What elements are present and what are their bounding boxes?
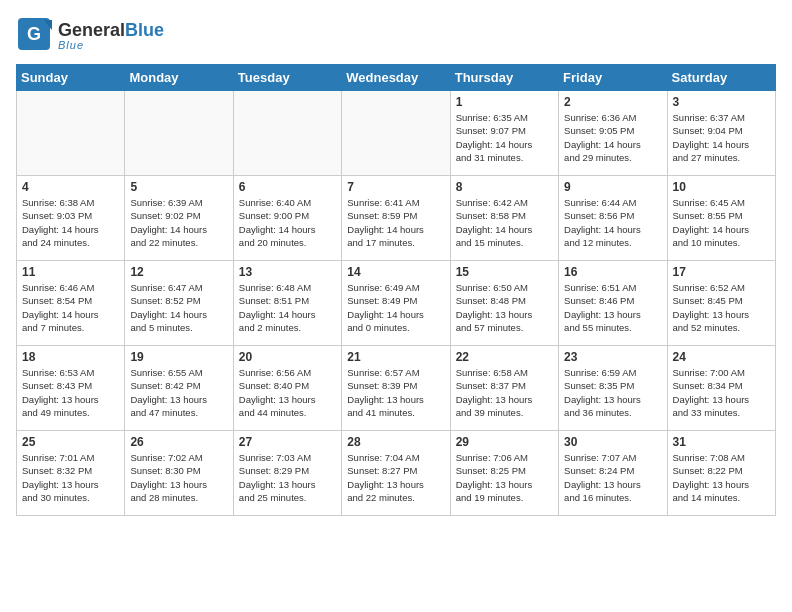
day-number: 19 — [130, 350, 227, 364]
day-info: Sunrise: 6:55 AM Sunset: 8:42 PM Dayligh… — [130, 366, 227, 419]
day-info: Sunrise: 6:36 AM Sunset: 9:05 PM Dayligh… — [564, 111, 661, 164]
calendar-week-5: 25Sunrise: 7:01 AM Sunset: 8:32 PM Dayli… — [17, 431, 776, 516]
calendar-cell: 24Sunrise: 7:00 AM Sunset: 8:34 PM Dayli… — [667, 346, 775, 431]
day-number: 27 — [239, 435, 336, 449]
logo-tagline: Blue — [58, 39, 164, 51]
calendar-header-row: SundayMondayTuesdayWednesdayThursdayFrid… — [17, 65, 776, 91]
calendar-cell — [17, 91, 125, 176]
day-number: 1 — [456, 95, 553, 109]
day-number: 16 — [564, 265, 661, 279]
day-number: 22 — [456, 350, 553, 364]
day-number: 5 — [130, 180, 227, 194]
calendar-cell: 21Sunrise: 6:57 AM Sunset: 8:39 PM Dayli… — [342, 346, 450, 431]
calendar-cell: 12Sunrise: 6:47 AM Sunset: 8:52 PM Dayli… — [125, 261, 233, 346]
calendar-cell: 16Sunrise: 6:51 AM Sunset: 8:46 PM Dayli… — [559, 261, 667, 346]
calendar-cell: 1Sunrise: 6:35 AM Sunset: 9:07 PM Daylig… — [450, 91, 558, 176]
day-number: 26 — [130, 435, 227, 449]
day-info: Sunrise: 6:59 AM Sunset: 8:35 PM Dayligh… — [564, 366, 661, 419]
day-number: 6 — [239, 180, 336, 194]
calendar-cell: 18Sunrise: 6:53 AM Sunset: 8:43 PM Dayli… — [17, 346, 125, 431]
day-info: Sunrise: 6:37 AM Sunset: 9:04 PM Dayligh… — [673, 111, 770, 164]
day-info: Sunrise: 6:48 AM Sunset: 8:51 PM Dayligh… — [239, 281, 336, 334]
day-number: 25 — [22, 435, 119, 449]
calendar-cell: 4Sunrise: 6:38 AM Sunset: 9:03 PM Daylig… — [17, 176, 125, 261]
calendar-week-3: 11Sunrise: 6:46 AM Sunset: 8:54 PM Dayli… — [17, 261, 776, 346]
calendar-cell: 22Sunrise: 6:58 AM Sunset: 8:37 PM Dayli… — [450, 346, 558, 431]
calendar-week-1: 1Sunrise: 6:35 AM Sunset: 9:07 PM Daylig… — [17, 91, 776, 176]
day-number: 8 — [456, 180, 553, 194]
day-number: 23 — [564, 350, 661, 364]
day-number: 18 — [22, 350, 119, 364]
day-info: Sunrise: 6:56 AM Sunset: 8:40 PM Dayligh… — [239, 366, 336, 419]
day-number: 2 — [564, 95, 661, 109]
weekday-header-sunday: Sunday — [17, 65, 125, 91]
calendar-cell — [233, 91, 341, 176]
calendar-cell: 6Sunrise: 6:40 AM Sunset: 9:00 PM Daylig… — [233, 176, 341, 261]
weekday-header-friday: Friday — [559, 65, 667, 91]
calendar-cell: 14Sunrise: 6:49 AM Sunset: 8:49 PM Dayli… — [342, 261, 450, 346]
calendar-cell: 27Sunrise: 7:03 AM Sunset: 8:29 PM Dayli… — [233, 431, 341, 516]
day-info: Sunrise: 6:49 AM Sunset: 8:49 PM Dayligh… — [347, 281, 444, 334]
logo: G GeneralBlue Blue — [16, 16, 164, 56]
day-info: Sunrise: 7:02 AM Sunset: 8:30 PM Dayligh… — [130, 451, 227, 504]
day-number: 29 — [456, 435, 553, 449]
day-number: 28 — [347, 435, 444, 449]
weekday-header-tuesday: Tuesday — [233, 65, 341, 91]
day-info: Sunrise: 6:46 AM Sunset: 8:54 PM Dayligh… — [22, 281, 119, 334]
day-info: Sunrise: 6:58 AM Sunset: 8:37 PM Dayligh… — [456, 366, 553, 419]
calendar-cell: 31Sunrise: 7:08 AM Sunset: 8:22 PM Dayli… — [667, 431, 775, 516]
day-info: Sunrise: 6:35 AM Sunset: 9:07 PM Dayligh… — [456, 111, 553, 164]
day-info: Sunrise: 7:06 AM Sunset: 8:25 PM Dayligh… — [456, 451, 553, 504]
day-info: Sunrise: 6:47 AM Sunset: 8:52 PM Dayligh… — [130, 281, 227, 334]
day-info: Sunrise: 7:00 AM Sunset: 8:34 PM Dayligh… — [673, 366, 770, 419]
calendar-cell: 23Sunrise: 6:59 AM Sunset: 8:35 PM Dayli… — [559, 346, 667, 431]
calendar-cell: 8Sunrise: 6:42 AM Sunset: 8:58 PM Daylig… — [450, 176, 558, 261]
calendar-cell: 2Sunrise: 6:36 AM Sunset: 9:05 PM Daylig… — [559, 91, 667, 176]
day-info: Sunrise: 7:03 AM Sunset: 8:29 PM Dayligh… — [239, 451, 336, 504]
calendar-cell: 26Sunrise: 7:02 AM Sunset: 8:30 PM Dayli… — [125, 431, 233, 516]
day-info: Sunrise: 6:38 AM Sunset: 9:03 PM Dayligh… — [22, 196, 119, 249]
logo-icon: G — [16, 16, 52, 52]
calendar-cell: 5Sunrise: 6:39 AM Sunset: 9:02 PM Daylig… — [125, 176, 233, 261]
calendar-cell: 30Sunrise: 7:07 AM Sunset: 8:24 PM Dayli… — [559, 431, 667, 516]
day-info: Sunrise: 6:44 AM Sunset: 8:56 PM Dayligh… — [564, 196, 661, 249]
day-number: 13 — [239, 265, 336, 279]
calendar-week-2: 4Sunrise: 6:38 AM Sunset: 9:03 PM Daylig… — [17, 176, 776, 261]
day-number: 3 — [673, 95, 770, 109]
day-number: 30 — [564, 435, 661, 449]
day-info: Sunrise: 6:41 AM Sunset: 8:59 PM Dayligh… — [347, 196, 444, 249]
day-info: Sunrise: 6:40 AM Sunset: 9:00 PM Dayligh… — [239, 196, 336, 249]
day-number: 14 — [347, 265, 444, 279]
calendar-cell: 10Sunrise: 6:45 AM Sunset: 8:55 PM Dayli… — [667, 176, 775, 261]
day-number: 9 — [564, 180, 661, 194]
day-number: 20 — [239, 350, 336, 364]
day-number: 11 — [22, 265, 119, 279]
weekday-header-monday: Monday — [125, 65, 233, 91]
day-info: Sunrise: 6:50 AM Sunset: 8:48 PM Dayligh… — [456, 281, 553, 334]
calendar-cell: 17Sunrise: 6:52 AM Sunset: 8:45 PM Dayli… — [667, 261, 775, 346]
calendar-cell: 13Sunrise: 6:48 AM Sunset: 8:51 PM Dayli… — [233, 261, 341, 346]
calendar-cell: 29Sunrise: 7:06 AM Sunset: 8:25 PM Dayli… — [450, 431, 558, 516]
day-info: Sunrise: 6:52 AM Sunset: 8:45 PM Dayligh… — [673, 281, 770, 334]
day-number: 7 — [347, 180, 444, 194]
day-info: Sunrise: 6:45 AM Sunset: 8:55 PM Dayligh… — [673, 196, 770, 249]
day-info: Sunrise: 6:51 AM Sunset: 8:46 PM Dayligh… — [564, 281, 661, 334]
day-number: 4 — [22, 180, 119, 194]
calendar-table: SundayMondayTuesdayWednesdayThursdayFrid… — [16, 64, 776, 516]
calendar-cell — [342, 91, 450, 176]
svg-text:G: G — [27, 24, 41, 44]
day-number: 24 — [673, 350, 770, 364]
day-info: Sunrise: 7:07 AM Sunset: 8:24 PM Dayligh… — [564, 451, 661, 504]
weekday-header-thursday: Thursday — [450, 65, 558, 91]
calendar-cell: 19Sunrise: 6:55 AM Sunset: 8:42 PM Dayli… — [125, 346, 233, 431]
day-info: Sunrise: 7:04 AM Sunset: 8:27 PM Dayligh… — [347, 451, 444, 504]
day-info: Sunrise: 6:42 AM Sunset: 8:58 PM Dayligh… — [456, 196, 553, 249]
calendar-cell: 28Sunrise: 7:04 AM Sunset: 8:27 PM Dayli… — [342, 431, 450, 516]
day-number: 10 — [673, 180, 770, 194]
logo-general: General — [58, 20, 125, 40]
calendar-cell: 25Sunrise: 7:01 AM Sunset: 8:32 PM Dayli… — [17, 431, 125, 516]
calendar-cell: 9Sunrise: 6:44 AM Sunset: 8:56 PM Daylig… — [559, 176, 667, 261]
calendar-cell — [125, 91, 233, 176]
day-number: 12 — [130, 265, 227, 279]
calendar-cell: 3Sunrise: 6:37 AM Sunset: 9:04 PM Daylig… — [667, 91, 775, 176]
